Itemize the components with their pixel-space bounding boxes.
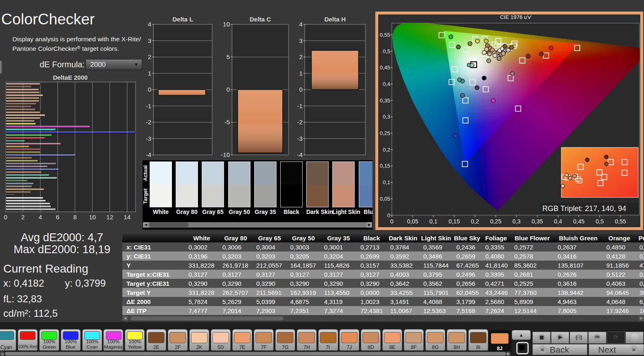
svg-text:CIE 1976 u'v': CIE 1976 u'v' (500, 14, 532, 20)
svg-text:0: 0 (390, 218, 394, 225)
svg-text:0,55: 0,55 (380, 32, 390, 38)
svg-text:0,3: 0,3 (513, 218, 521, 225)
svg-text:4: 4 (299, 21, 303, 28)
svg-text:0: 0 (387, 212, 390, 218)
svg-text:-2: -2 (297, 119, 303, 126)
svg-text:0,05: 0,05 (380, 196, 390, 202)
svg-text:0,2: 0,2 (383, 147, 390, 153)
svg-text:10: 10 (223, 21, 230, 28)
svg-text:6: 6 (56, 214, 59, 221)
svg-text:-1: -1 (297, 102, 303, 109)
svg-text:1: 1 (299, 70, 303, 77)
svg-text:DeltaE 2000: DeltaE 2000 (53, 74, 88, 81)
svg-text:0,05: 0,05 (407, 218, 418, 225)
svg-text:Delta L: Delta L (172, 16, 193, 23)
svg-text:-5: -5 (224, 119, 230, 126)
svg-text:0,1: 0,1 (383, 179, 390, 185)
svg-text:2: 2 (148, 53, 151, 60)
svg-text:-10: -10 (221, 151, 230, 158)
svg-text:12: 12 (106, 214, 113, 221)
svg-text:0,35: 0,35 (532, 218, 543, 225)
svg-text:0,4: 0,4 (554, 218, 562, 225)
svg-text:4: 4 (38, 214, 42, 221)
svg-text:0,3: 0,3 (383, 114, 390, 120)
svg-text:-4: -4 (297, 151, 303, 158)
svg-text:0,55: 0,55 (615, 218, 626, 225)
svg-text:2: 2 (299, 53, 303, 60)
svg-text:14: 14 (124, 214, 131, 221)
svg-text:Delta C: Delta C (250, 16, 271, 23)
svg-text:0,15: 0,15 (380, 163, 390, 169)
svg-text:0,2: 0,2 (471, 218, 479, 225)
svg-text:0: 0 (227, 86, 230, 93)
svg-text:0,45: 0,45 (573, 218, 584, 225)
svg-text:0: 0 (148, 86, 151, 93)
svg-text:10: 10 (89, 214, 96, 221)
svg-text:-3: -3 (297, 135, 303, 142)
svg-text:0: 0 (299, 86, 303, 93)
svg-text:8: 8 (73, 214, 76, 221)
svg-text:Delta H: Delta H (324, 16, 346, 23)
svg-text:-1: -1 (146, 102, 151, 109)
svg-text:0,1: 0,1 (429, 218, 438, 225)
svg-text:3: 3 (299, 37, 303, 44)
svg-text:-3: -3 (146, 135, 151, 142)
svg-text:-4: -4 (146, 151, 151, 158)
svg-text:0,15: 0,15 (448, 218, 460, 225)
svg-text:3: 3 (148, 37, 151, 44)
svg-text:RGB Triplet: 217, 140, 94: RGB Triplet: 217, 140, 94 (542, 204, 626, 213)
svg-text:0,5: 0,5 (383, 48, 390, 55)
svg-text:4: 4 (148, 21, 151, 28)
svg-text:0,35: 0,35 (380, 97, 390, 104)
svg-text:2: 2 (21, 214, 24, 221)
svg-text:0,45: 0,45 (380, 64, 390, 71)
svg-text:0,25: 0,25 (380, 130, 390, 136)
svg-text:0: 0 (4, 214, 7, 221)
svg-text:0,25: 0,25 (490, 218, 501, 225)
svg-text:5: 5 (227, 53, 230, 60)
svg-text:-2: -2 (146, 119, 151, 126)
svg-text:1: 1 (148, 70, 151, 77)
svg-text:0,5: 0,5 (596, 218, 604, 225)
svg-text:0,4: 0,4 (383, 81, 390, 87)
